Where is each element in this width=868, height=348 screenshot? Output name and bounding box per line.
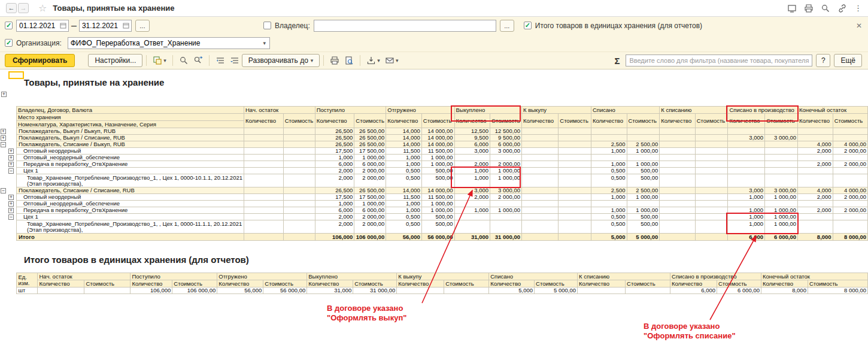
cell: 1 000,00 bbox=[354, 155, 386, 161]
sum-sigma-icon[interactable]: Σ bbox=[612, 56, 622, 66]
cell: 2 000,00 bbox=[354, 168, 386, 174]
cell: 26,500 bbox=[315, 128, 354, 135]
cell bbox=[244, 220, 284, 234]
forward-button[interactable]: → bbox=[18, 3, 29, 13]
expand-icon[interactable]: + bbox=[1, 129, 6, 134]
units-total-label: Итого товаров в единицах хранения (для о… bbox=[535, 22, 702, 30]
print-icon[interactable] bbox=[804, 4, 814, 13]
expand-icon[interactable]: + bbox=[1, 92, 7, 97]
period-checkbox[interactable]: ✓ bbox=[5, 22, 13, 29]
collapse-levels-button[interactable] bbox=[213, 54, 227, 67]
cell: 26 500,00 bbox=[354, 187, 386, 194]
cell: 14 000,00 bbox=[421, 141, 454, 148]
more-button[interactable]: Ещё bbox=[834, 54, 862, 67]
expand-icon[interactable]: + bbox=[8, 208, 14, 213]
cell: 1 000,00 bbox=[627, 194, 660, 201]
cell: 26 500,00 bbox=[354, 128, 386, 135]
cell: 1 000,00 bbox=[490, 174, 522, 187]
quick-filter-input[interactable] bbox=[626, 55, 812, 66]
cell: 8,000 bbox=[761, 288, 808, 294]
cell bbox=[559, 201, 591, 207]
cell bbox=[728, 148, 765, 155]
cell bbox=[559, 128, 591, 135]
cell: 1,000 bbox=[591, 194, 627, 201]
search-icon[interactable] bbox=[821, 4, 830, 13]
expand-icon[interactable]: + bbox=[1, 135, 6, 141]
cell: 14,000 bbox=[386, 187, 422, 194]
cell: 2,500 bbox=[591, 187, 627, 194]
cell: 6,000 bbox=[315, 161, 354, 168]
collapse-icon[interactable]: − bbox=[8, 168, 14, 174]
column-group-header: Выкуплено bbox=[454, 107, 521, 114]
subcolumn-header: Стоимость bbox=[263, 280, 307, 288]
date-from-input[interactable] bbox=[19, 22, 60, 30]
cell bbox=[244, 214, 284, 220]
date-to-input[interactable] bbox=[82, 22, 123, 30]
expand-levels-button[interactable] bbox=[227, 54, 242, 67]
period-more-button[interactable]: ... bbox=[135, 20, 150, 32]
collapse-icon[interactable]: − bbox=[8, 214, 14, 220]
generate-button[interactable]: Сформировать bbox=[5, 54, 75, 67]
expand-icon[interactable]: + bbox=[8, 162, 14, 167]
subcolumn-header: Количество bbox=[217, 280, 263, 288]
back-button[interactable]: ← bbox=[6, 3, 17, 13]
organization-input[interactable] bbox=[68, 39, 260, 47]
cell: 1 000,00 bbox=[421, 207, 454, 214]
cell: 3,000 bbox=[728, 187, 765, 194]
calendar-icon[interactable] bbox=[60, 22, 66, 29]
cell bbox=[660, 220, 696, 234]
cell bbox=[695, 174, 728, 187]
chevron-down-icon[interactable]: ▾ bbox=[260, 40, 269, 46]
help-button[interactable]: ? bbox=[816, 54, 830, 67]
cell: 31 000,00 bbox=[353, 288, 397, 294]
expand-icon[interactable]: + bbox=[8, 155, 14, 161]
print-preview-button[interactable] bbox=[342, 54, 356, 67]
buyout-annotation: В договоре указано "Оформлять выкуп" bbox=[327, 304, 406, 323]
table-row: −Цех 12,0002 000,000,500500,000,500500,0… bbox=[0, 214, 868, 220]
units-total-checkbox[interactable]: ✓ bbox=[524, 22, 532, 29]
collapse-icon[interactable]: − bbox=[1, 188, 6, 193]
expand-to-button[interactable]: Разворачивать до ▾ bbox=[242, 54, 320, 67]
expand-icon[interactable]: + bbox=[8, 149, 14, 154]
report-settings-panel: ✓ – ... Владелец: ... ✓ Итого товаров в … bbox=[0, 17, 868, 69]
cell: 9,500 bbox=[454, 135, 490, 141]
table-row: +Оптовый_неордерный_обеспечение1,0001 00… bbox=[0, 155, 868, 161]
cell bbox=[559, 135, 591, 141]
cell bbox=[244, 187, 284, 194]
settings-button[interactable]: Настройки... bbox=[88, 54, 142, 67]
cell: 31 000,00 bbox=[490, 234, 522, 241]
print-button[interactable] bbox=[327, 54, 342, 67]
report-variants-button[interactable]: ▾ bbox=[150, 54, 169, 67]
storage-report-table: Владелец, Договор, ВалютаНач. остатокПос… bbox=[0, 106, 868, 241]
expand-icon[interactable]: + bbox=[8, 201, 14, 207]
link-icon[interactable] bbox=[837, 4, 847, 13]
owner-more-button[interactable]: ... bbox=[500, 20, 514, 32]
find-button[interactable] bbox=[177, 54, 191, 67]
owner-input[interactable] bbox=[314, 20, 496, 32]
column-group-header: Отгружено bbox=[386, 107, 454, 114]
expand-icon[interactable]: + bbox=[8, 195, 14, 200]
organization-checkbox[interactable]: ✓ bbox=[5, 39, 13, 47]
row-label: Оптовый_неордерный_обеспечение bbox=[16, 155, 244, 161]
cell: 2,000 bbox=[798, 148, 833, 155]
cell bbox=[798, 155, 833, 161]
favorite-star-icon[interactable]: ☆ bbox=[38, 2, 47, 14]
cell bbox=[798, 214, 833, 220]
calendar-icon[interactable] bbox=[123, 22, 129, 29]
owner-checkbox[interactable] bbox=[263, 22, 271, 29]
table-row: +Оптовый неордерный17,50017 500,0011,500… bbox=[0, 148, 868, 155]
collapse-icon[interactable]: − bbox=[1, 142, 6, 147]
cell bbox=[283, 135, 315, 141]
window-icon[interactable] bbox=[787, 4, 797, 13]
cell bbox=[283, 128, 315, 135]
cell: 3 000,00 bbox=[490, 148, 522, 155]
send-email-button[interactable]: ▾ bbox=[383, 54, 401, 67]
find-next-button[interactable] bbox=[191, 54, 205, 67]
menu-kebab-icon[interactable]: ⋮ bbox=[854, 4, 862, 12]
save-file-button[interactable]: ▾ bbox=[364, 54, 383, 67]
unit-cell: шт bbox=[17, 288, 38, 294]
cell bbox=[660, 148, 696, 155]
close-icon[interactable]: ✕ bbox=[855, 22, 863, 30]
cell bbox=[798, 201, 833, 207]
selected-cell-cursor[interactable] bbox=[8, 71, 24, 79]
